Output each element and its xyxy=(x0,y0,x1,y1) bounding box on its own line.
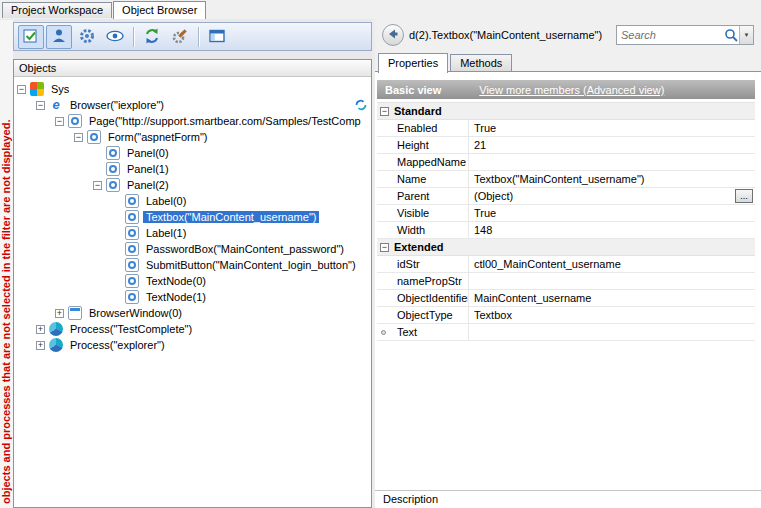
advanced-view-link[interactable]: View more members (Advanced view) xyxy=(479,84,664,96)
tree-row[interactable]: − Browser("iexplore") xyxy=(14,97,371,113)
tree-expander[interactable]: + xyxy=(36,325,45,334)
object-tree[interactable]: − Sys − Browser("iexplore") − Page("http… xyxy=(14,78,371,507)
filter-settings-button[interactable] xyxy=(74,25,100,49)
window-tab-strip: Project Workspace Object Browser xyxy=(0,0,761,19)
property-section-row[interactable]: − Extended xyxy=(377,239,755,256)
ellipsis-button[interactable]: ... xyxy=(735,189,753,203)
tree-row[interactable]: + Process("explorer") xyxy=(14,337,371,353)
tree-expander[interactable]: − xyxy=(74,133,83,142)
tree-item-icon xyxy=(125,274,139,288)
tree-expander[interactable]: + xyxy=(36,341,45,350)
tree-row[interactable]: − Panel(2) xyxy=(14,177,371,193)
tab-properties[interactable]: Properties xyxy=(378,53,448,73)
tree-item-label[interactable]: Panel(1) xyxy=(124,163,172,175)
tree-item-label[interactable]: TextNode(1) xyxy=(143,291,209,303)
search-dropdown-button[interactable] xyxy=(739,26,753,44)
property-value[interactable]: True xyxy=(469,120,755,136)
property-value[interactable] xyxy=(469,273,755,289)
tree-row[interactable]: + Process("TestComplete") xyxy=(14,321,371,337)
property-row[interactable]: idStr ctl00_MainContent_username xyxy=(377,256,755,273)
tab-methods[interactable]: Methods xyxy=(450,54,512,71)
tree-expander[interactable]: + xyxy=(55,309,64,318)
properties-content: Basic view View more members (Advanced v… xyxy=(375,71,761,508)
tree-row[interactable]: − Form("aspnetForm") xyxy=(14,129,371,145)
tree-item-label[interactable]: Sys xyxy=(48,83,72,95)
property-value[interactable]: Textbox("MainContent_username") xyxy=(469,171,755,187)
property-row[interactable]: Text xyxy=(377,324,755,341)
tree-item-label[interactable]: TextNode(0) xyxy=(143,275,209,287)
property-section-row[interactable]: − Standard xyxy=(377,103,755,120)
tree-expander[interactable]: − xyxy=(17,85,26,94)
tree-item-icon xyxy=(125,242,139,256)
search-input[interactable] xyxy=(617,27,723,43)
section-collapse-icon[interactable]: − xyxy=(380,243,389,252)
tree-row[interactable]: Textbox("MainContent_username") xyxy=(14,209,371,225)
tree-row[interactable]: TextNode(1) xyxy=(14,289,371,305)
tree-row[interactable]: Panel(1) xyxy=(14,161,371,177)
property-row[interactable]: Width 148 xyxy=(377,222,755,239)
property-value[interactable]: MainContent_username xyxy=(469,290,755,306)
application-window: Project Workspace Object Browser objects… xyxy=(0,0,761,508)
property-row[interactable]: MappedName xyxy=(377,154,755,171)
property-row[interactable]: Visible True xyxy=(377,205,755,222)
tree-row[interactable]: − Page("http://support.smartbear.com/Sam… xyxy=(14,113,371,129)
toolbar-separator xyxy=(133,27,134,47)
checkbox-icon xyxy=(22,27,40,47)
tree-item-label[interactable]: Page("http://support.smartbear.com/Sampl… xyxy=(86,115,364,127)
tab-object-browser[interactable]: Object Browser xyxy=(113,1,206,19)
tree-row[interactable]: PasswordBox("MainContent_password") xyxy=(14,241,371,257)
tree-item-label[interactable]: Panel(0) xyxy=(124,147,172,159)
back-button[interactable] xyxy=(382,24,404,46)
property-row[interactable]: ObjectType Textbox xyxy=(377,307,755,324)
tree-row[interactable]: − Sys xyxy=(14,81,371,97)
property-row[interactable]: ObjectIdentifier MainContent_username xyxy=(377,290,755,307)
property-value[interactable] xyxy=(469,154,755,170)
tree-expander[interactable]: − xyxy=(55,117,64,126)
tree-row[interactable]: + BrowserWindow(0) xyxy=(14,305,371,321)
tree-row[interactable]: TextNode(0) xyxy=(14,273,371,289)
inspector-tabs: Properties Methods xyxy=(378,52,514,72)
tree-item-label[interactable]: Panel(2) xyxy=(124,179,172,191)
tree-item-icon xyxy=(106,178,120,192)
tree-row[interactable]: Label(1) xyxy=(14,225,371,241)
section-collapse-icon[interactable]: − xyxy=(380,107,389,116)
property-value[interactable]: ctl00_MainContent_username xyxy=(469,256,755,272)
property-value[interactable]: 21 xyxy=(469,137,755,153)
refresh-button[interactable] xyxy=(139,25,165,49)
tree-item-label[interactable]: PasswordBox("MainContent_password") xyxy=(143,243,347,255)
customize-button[interactable] xyxy=(167,25,193,49)
highlight-object-button[interactable] xyxy=(46,25,72,49)
tree-item-label[interactable]: Textbox("MainContent_username") xyxy=(143,211,319,223)
tree-row[interactable]: SubmitButton("MainContent_login_button") xyxy=(14,257,371,273)
filter-note-text: objects and processes that are not selec… xyxy=(0,119,12,504)
property-value[interactable]: Textbox xyxy=(469,307,755,323)
property-value[interactable]: 148 xyxy=(469,222,755,238)
tree-item-label[interactable]: Label(0) xyxy=(143,195,189,207)
tree-item-label[interactable]: BrowserWindow(0) xyxy=(86,307,185,319)
search-icon xyxy=(723,28,739,42)
property-value[interactable] xyxy=(469,324,755,340)
property-value[interactable]: (Object) xyxy=(469,188,755,204)
show-panel-button[interactable] xyxy=(204,25,230,49)
property-row[interactable]: Parent (Object) ... xyxy=(377,188,755,205)
tree-row[interactable]: Label(0) xyxy=(14,193,371,209)
property-row[interactable]: namePropStr xyxy=(377,273,755,290)
select-objects-button[interactable] xyxy=(18,25,44,49)
tree-item-label[interactable]: Process("TestComplete") xyxy=(67,323,195,335)
tree-expander[interactable]: − xyxy=(93,181,102,190)
tree-item-label[interactable]: Process("explorer") xyxy=(67,339,168,351)
refresh-badge-icon xyxy=(355,99,367,113)
property-row[interactable]: Name Textbox("MainContent_username") xyxy=(377,171,755,188)
show-objects-button[interactable] xyxy=(102,25,128,49)
tree-item-icon xyxy=(125,210,139,224)
property-row[interactable]: Height 21 xyxy=(377,137,755,154)
tree-item-label[interactable]: Browser("iexplore") xyxy=(67,99,167,111)
tree-row[interactable]: Panel(0) xyxy=(14,145,371,161)
tree-expander[interactable]: − xyxy=(36,101,45,110)
tree-item-label[interactable]: Form("aspnetForm") xyxy=(105,131,211,143)
tree-item-label[interactable]: Label(1) xyxy=(143,227,189,239)
tree-item-label[interactable]: SubmitButton("MainContent_login_button") xyxy=(143,259,359,271)
property-row[interactable]: Enabled True xyxy=(377,120,755,137)
tab-project-workspace[interactable]: Project Workspace xyxy=(2,2,112,18)
property-value[interactable]: True xyxy=(469,205,755,221)
